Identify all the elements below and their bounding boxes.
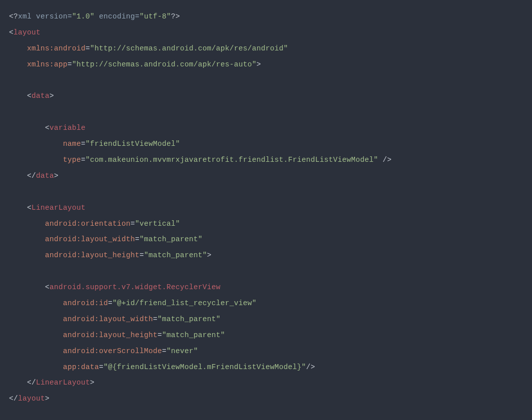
line-15: android:id="@+id/friend_list_recycler_vi… (9, 299, 256, 307)
gt: > (90, 379, 94, 387)
lt: < (45, 124, 50, 132)
eq: = (130, 220, 135, 228)
gt: > (50, 92, 54, 100)
gt: > (207, 251, 212, 259)
eq: = (140, 251, 144, 259)
lt: < (27, 204, 32, 212)
attr-app-data: app:data (63, 363, 99, 371)
attr-rv-height: android:layout_height (63, 331, 158, 339)
pi-open: <? (9, 12, 18, 20)
pi-sp (94, 12, 99, 20)
line-7: name="friendListViewModel" (9, 140, 180, 148)
line-12: android:layout_width="match_parent" (9, 235, 202, 243)
pi-xml: xml version= (18, 12, 72, 20)
line-3: xmlns:android="http://schemas.android.co… (9, 44, 288, 52)
eq: = (81, 140, 86, 148)
tag-recyclerview: android.support.v7.widget.RecyclerView (50, 283, 220, 291)
attr-overscroll: android:overScrollMode (63, 347, 162, 355)
line-20: </LinearLayout> (9, 379, 94, 387)
lt: < (9, 28, 14, 36)
eq: = (135, 235, 140, 243)
pi-version: "1.0" (72, 12, 94, 20)
tag-data: data (32, 92, 50, 100)
line-16: android:layout_width="match_parent" (9, 315, 220, 323)
eq: = (158, 331, 162, 339)
pi-encoding: encoding= (99, 12, 140, 20)
lt-close: </ (9, 395, 18, 403)
eq: = (153, 315, 158, 323)
line-11: android:orientation="vertical" (9, 220, 180, 228)
tag-linearlayout-close: LinearLayout (36, 379, 90, 387)
attr-orientation: android:orientation (45, 220, 130, 228)
lt: < (27, 92, 32, 100)
line-17: android:layout_height="match_parent" (9, 331, 225, 339)
line-19: app:data="@{friendListViewModel.mFriendL… (9, 363, 315, 371)
tag-layout: layout (14, 28, 40, 36)
val-width: "match_parent" (140, 235, 202, 243)
line-6: <variable (9, 124, 86, 132)
attr-type: type (63, 156, 81, 164)
val-overscroll: "never" (166, 347, 198, 355)
line-10: <LinearLayout (9, 204, 86, 212)
gt: > (54, 172, 58, 180)
val-name: "friendListViewModel" (86, 140, 180, 148)
val-orientation: "vertical" (135, 220, 180, 228)
tag-linearlayout: LinearLayout (32, 204, 86, 212)
line-1: <?xml version="1.0" encoding="utf-8"?> (9, 12, 180, 20)
lt: < (45, 283, 50, 291)
line-5: <data> (9, 92, 54, 100)
val-type: "com.makeunion.mvvmrxjavaretrofit.friend… (86, 156, 378, 164)
eq: = (68, 60, 72, 68)
line-8: type="com.makeunion.mvvmrxjavaretrofit.f… (9, 156, 392, 164)
val-xmlns-app: "http://schemas.android.com/apk/res-auto… (72, 60, 256, 68)
line-2: <layout (9, 28, 40, 36)
eq: = (108, 299, 112, 307)
code-editor: <?xml version="1.0" encoding="utf-8"?> <… (9, 9, 523, 407)
eq: = (99, 363, 104, 371)
attr-name: name (63, 140, 81, 148)
gt: > (45, 395, 50, 403)
eq: = (81, 156, 86, 164)
attr-xmlns-app: xmlns:app (27, 60, 68, 68)
val-rv-width: "match_parent" (158, 315, 220, 323)
self-close: /> (378, 156, 392, 164)
tag-layout-close: layout (18, 395, 45, 403)
attr-height: android:layout_height (45, 251, 140, 259)
val-id: "@+id/friend_list_recycler_view" (112, 299, 256, 307)
pi-close: ?> (171, 12, 180, 20)
eq: = (86, 44, 90, 52)
line-14: <android.support.v7.widget.RecyclerView (9, 283, 220, 291)
attr-xmlns-android: xmlns:android (27, 44, 86, 52)
pi-enc-val: "utf-8" (140, 12, 171, 20)
val-height: "match_parent" (144, 251, 207, 259)
eq: = (162, 347, 166, 355)
tag-data-close: data (36, 172, 54, 180)
gt: > (256, 60, 261, 68)
val-app-data: "@{friendListViewModel.mFriendListViewMo… (104, 363, 306, 371)
line-4: xmlns:app="http://schemas.android.com/ap… (9, 60, 261, 68)
line-9: </data> (9, 172, 58, 180)
lt-close: </ (27, 172, 36, 180)
attr-id: android:id (63, 299, 108, 307)
val-rv-height: "match_parent" (162, 331, 225, 339)
self-close: /> (306, 363, 315, 371)
line-21: </layout> (9, 395, 50, 403)
line-13: android:layout_height="match_parent"> (9, 251, 212, 259)
tag-variable: variable (50, 124, 86, 132)
attr-width: android:layout_width (45, 235, 135, 243)
line-18: android:overScrollMode="never" (9, 347, 198, 355)
val-xmlns-android: "http://schemas.android.com/apk/res/andr… (90, 44, 288, 52)
lt-close: </ (27, 379, 36, 387)
attr-rv-width: android:layout_width (63, 315, 153, 323)
